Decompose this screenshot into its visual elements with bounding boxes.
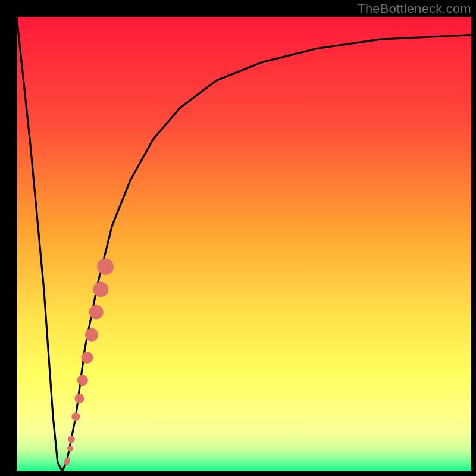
highlight-dot <box>67 446 73 452</box>
gradient-background <box>17 17 471 471</box>
highlight-dot <box>65 458 70 462</box>
highlight-dot <box>93 281 108 297</box>
highlight-dot <box>68 436 75 443</box>
highlight-dot <box>81 352 93 364</box>
bottleneck-chart <box>0 0 476 476</box>
frame-left <box>0 0 17 476</box>
frame-right <box>471 0 476 476</box>
highlight-dot <box>89 305 104 320</box>
frame-bottom <box>0 471 476 476</box>
watermark-text: TheBottleneck.com <box>357 1 471 17</box>
highlight-dot <box>77 375 88 386</box>
highlight-dot <box>85 328 98 342</box>
highlight-dot <box>74 394 84 403</box>
highlight-dot <box>97 258 114 275</box>
highlight-dot <box>71 412 80 421</box>
chart-stage: TheBottleneck.com <box>0 0 476 476</box>
